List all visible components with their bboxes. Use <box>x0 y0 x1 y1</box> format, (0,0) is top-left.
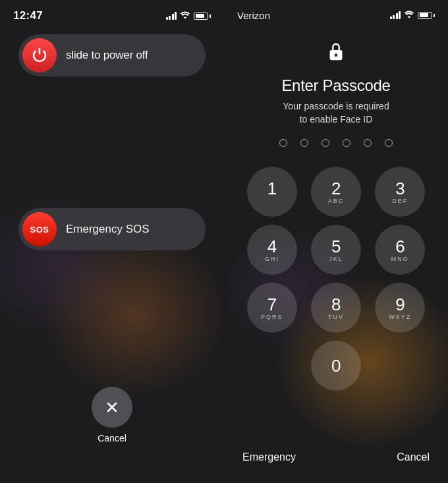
right-content: Enter Passcode Your passcode is required… <box>224 21 448 483</box>
key-6[interactable]: 6 MNO <box>375 225 425 275</box>
key-5[interactable]: 5 JKL <box>311 225 361 275</box>
key-8[interactable]: 8 TUV <box>311 283 361 333</box>
emergency-button[interactable]: Emergency <box>242 451 296 463</box>
dot-3 <box>322 139 329 147</box>
sos-label: Emergency SOS <box>66 223 150 236</box>
power-off-slider[interactable]: slide to power off <box>18 34 206 76</box>
status-icons <box>166 11 211 21</box>
dot-2 <box>300 139 308 147</box>
wifi-icon <box>180 11 190 21</box>
cancel-label: Cancel <box>98 433 126 443</box>
carrier-name: Verizon <box>237 10 270 21</box>
passcode-title: Enter Passcode <box>281 76 390 95</box>
passcode-dots <box>279 139 393 147</box>
right-cancel-button[interactable]: Cancel <box>397 451 430 463</box>
right-status-bar: Verizon <box>224 0 448 21</box>
right-panel: Verizon <box>224 0 448 483</box>
right-bottom-bar: Emergency Cancel <box>224 451 448 463</box>
dot-1 <box>279 139 287 147</box>
left-content: slide to power off SOS Emergency SOS <box>0 22 224 250</box>
left-panel: 12:47 <box>0 0 224 483</box>
right-wifi-icon <box>404 9 414 21</box>
key-0[interactable]: 0 <box>311 341 361 391</box>
dot-5 <box>364 139 372 147</box>
status-time: 12:47 <box>13 9 43 22</box>
cancel-area: Cancel <box>92 387 132 443</box>
dot-6 <box>385 139 393 147</box>
right-battery-icon <box>418 12 435 19</box>
left-status-bar: 12:47 <box>0 0 224 22</box>
key-4[interactable]: 4 GHI <box>247 225 297 275</box>
key-3[interactable]: 3 DEF <box>375 167 425 217</box>
dot-4 <box>343 139 350 147</box>
key-1[interactable]: 1 <box>247 167 297 217</box>
right-status-icons <box>390 9 435 21</box>
emergency-sos-slider[interactable]: SOS Emergency SOS <box>18 208 206 250</box>
numpad: 1 2 ABC 3 DEF 4 GHI 5 JKL 6 MNO <box>224 167 448 391</box>
cancel-button[interactable] <box>92 387 132 428</box>
power-off-label: slide to power off <box>66 49 148 62</box>
signal-icon <box>166 12 177 20</box>
sos-badge: SOS <box>30 225 49 235</box>
key-9[interactable]: 9 WXYZ <box>375 283 425 333</box>
key-2[interactable]: 2 ABC <box>311 167 361 217</box>
power-icon <box>22 38 57 72</box>
key-7[interactable]: 7 PQRS <box>247 283 297 333</box>
lock-icon <box>327 41 345 65</box>
key-empty-left <box>244 341 300 391</box>
svg-point-3 <box>335 53 338 57</box>
passcode-subtitle: Your passcode is required to enable Face… <box>283 100 389 126</box>
battery-icon <box>194 13 211 20</box>
sos-icon: SOS <box>22 212 57 246</box>
right-signal-icon <box>390 11 401 19</box>
key-empty-right <box>372 341 428 391</box>
